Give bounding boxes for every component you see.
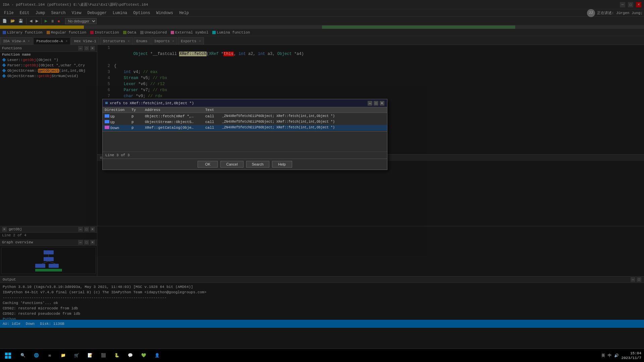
dialog-info: [103, 131, 387, 152]
clock-time: 15:04: [622, 351, 641, 356]
dialog-maximize[interactable]: □: [374, 101, 378, 106]
col-type: Ty: [131, 108, 145, 112]
row3-calltype: call: [205, 126, 222, 130]
modal-overlay: ⊞ xrefs to XRef::fetch(int,int,Object *)…: [0, 0, 644, 362]
taskbar-volume[interactable]: 🔊: [614, 353, 619, 358]
dialog-minimize[interactable]: ─: [368, 101, 372, 106]
taskbar-search[interactable]: 🔍: [17, 350, 29, 362]
dialog-table-body: Up p Object::fetch(XRef *,… call _ZN4XRe…: [103, 113, 387, 131]
taskbar-user[interactable]: 👤: [151, 350, 163, 362]
dialog-ok-button[interactable]: OK: [198, 161, 218, 168]
taskbar-vscode[interactable]: ⬛: [97, 350, 109, 362]
col-text: [222, 108, 385, 112]
row2-address: ObjectStream::ObjectS…: [145, 120, 205, 124]
taskbar-discord[interactable]: 💬: [124, 350, 136, 362]
start-button[interactable]: [0, 349, 16, 362]
dialog-icon: ⊞: [105, 101, 108, 106]
xref-row-2[interactable]: Up p ObjectStream::ObjectS… call _ZN4XRe…: [103, 119, 387, 125]
clock: 15:04 2023/11/7: [622, 351, 641, 360]
row2-type: p: [131, 120, 145, 124]
row2-text: _ZN4XRef5fetchEiiP6Object; XRef::fetch(i…: [222, 120, 385, 124]
row1-address: Object::fetch(XRef *,…: [145, 114, 205, 119]
dialog-close[interactable]: ✕: [380, 101, 384, 106]
dialog-titlebar: ⊞ xrefs to XRef::fetch(int,int,Object *)…: [103, 99, 387, 107]
dialog-search-button[interactable]: Search: [246, 161, 269, 168]
taskbar-notepad[interactable]: 📝: [84, 350, 96, 362]
dialog-table-header: Direction Ty Address Text: [103, 107, 387, 113]
taskbar-right: 英 中 🔊 15:04 2023/11/7: [601, 351, 644, 360]
row1-text: _ZN4XRef5fetchEiiP6Object; XRef::fetch(i…: [222, 114, 385, 119]
col-direction: Direction: [105, 108, 131, 112]
dialog-cancel-button[interactable]: Cancel: [220, 161, 243, 168]
col-address: Address: [145, 108, 205, 112]
xref-row-3[interactable]: Down p XRef::getCatalog(Obje… call _ZN4X…: [103, 125, 387, 131]
svg-rect-11: [8, 356, 11, 359]
row1-type: p: [131, 114, 145, 119]
xref-row-1[interactable]: Up p Object::fetch(XRef *,… call _ZN4XRe…: [103, 114, 387, 119]
taskbar: 🔍 🌐 ✉ 📁 🛒 📝 ⬛ 🐍 💬 💚 👤 英 中 🔊 15:04 2023/1…: [0, 349, 644, 362]
clock-date: 2023/11/7: [622, 356, 641, 360]
dialog-help-button[interactable]: Help: [272, 161, 292, 168]
row2-direction: Up: [105, 120, 131, 124]
svg-rect-9: [8, 353, 11, 355]
taskbar-store[interactable]: 🛒: [70, 350, 83, 362]
taskbar-python[interactable]: 🐍: [111, 350, 123, 362]
row2-calltype: call: [205, 120, 222, 124]
dialog-controls: ─ □ ✕: [368, 101, 384, 106]
taskbar-lang: 英: [601, 353, 605, 358]
row3-text: _ZN4XRef5fetchEiiP6Object; XRef::fetch(i…: [222, 126, 385, 130]
dialog-buttons: OK Cancel Search Help: [103, 159, 387, 170]
taskbar-edge[interactable]: 🌐: [30, 350, 42, 362]
svg-rect-8: [5, 353, 8, 355]
xref-dialog: ⊞ xrefs to XRef::fetch(int,int,Object *)…: [102, 99, 387, 170]
dialog-title-text: xrefs to XRef::fetch(int,int,Object *): [110, 101, 194, 105]
row1-direction: Up: [105, 114, 131, 119]
taskbar-explorer[interactable]: 📁: [57, 350, 69, 362]
row3-direction: Down: [105, 126, 131, 130]
row3-type: p: [131, 126, 145, 130]
col-calltype: Text: [205, 108, 222, 112]
windows-logo-icon: [5, 352, 11, 359]
dialog-title: ⊞ xrefs to XRef::fetch(int,int,Object *): [105, 101, 194, 106]
row1-calltype: call: [205, 114, 222, 119]
taskbar-mail[interactable]: ✉: [44, 350, 56, 362]
taskbar-input: 中: [608, 353, 611, 358]
row3-address: XRef::getCatalog(Obje…: [145, 126, 205, 130]
dialog-line-count: Line 3 of 3: [103, 152, 387, 159]
taskbar-wechat[interactable]: 💚: [138, 350, 150, 362]
svg-rect-10: [5, 356, 8, 359]
